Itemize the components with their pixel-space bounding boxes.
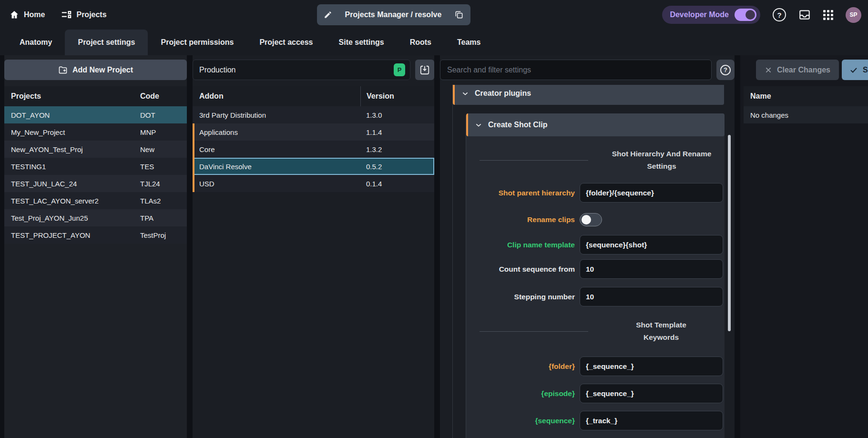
projects-table-header: Projects Code — [4, 86, 187, 106]
tab-project-access[interactable]: Project access — [246, 30, 326, 55]
home-icon — [10, 10, 19, 20]
column-name: Name — [750, 92, 771, 101]
addon-row-modified[interactable]: Applications 1.1.4 — [193, 123, 434, 141]
project-code: TPA — [140, 214, 187, 222]
copy-icon[interactable] — [454, 10, 464, 20]
create-shot-clip-header[interactable]: Create Shot Clip — [466, 113, 725, 136]
project-row[interactable]: TESTING1 TES — [4, 158, 187, 175]
episode-keyword-input[interactable] — [580, 384, 723, 403]
project-row[interactable]: New_AYON_Test_Proj New — [4, 141, 187, 158]
addon-row-modified[interactable]: Core 1.3.2 — [193, 141, 434, 158]
field-label: Stepping number — [466, 293, 575, 301]
bundle-select[interactable]: Production P — [193, 60, 410, 80]
column-addon: Addon — [193, 92, 360, 101]
section-heading-keywords: Shot Template Keywords — [466, 319, 725, 344]
main-content: Add New Project Projects Code DOT_AYON D… — [0, 55, 868, 438]
create-shot-clip-label: Create Shot Clip — [488, 121, 547, 129]
tab-anatomy[interactable]: Anatomy — [7, 30, 65, 55]
save-button[interactable]: Save — [842, 60, 868, 80]
project-code: TJL24 — [140, 180, 187, 188]
field-shot-parent-hierarchy: Shot parent hierarchy — [466, 183, 725, 203]
column-version: Version — [360, 86, 434, 106]
project-code: TES — [140, 163, 187, 171]
toggle-knob — [745, 10, 755, 20]
project-row[interactable]: TEST_LAC_AYON_server2 TLAs2 — [4, 192, 187, 209]
projects-panel: Add New Project Projects Code DOT_AYON D… — [4, 55, 187, 438]
project-name: Test_Proj_AYON_Jun25 — [4, 214, 140, 222]
project-row[interactable]: My_New_Project MNP — [4, 123, 187, 141]
project-name: New_AYON_Test_Proj — [4, 145, 140, 153]
developer-mode-toggle[interactable] — [735, 9, 756, 21]
field-stepping-number: Stepping number — [466, 287, 725, 306]
section-divider — [480, 331, 588, 332]
settings-help-button[interactable]: ? — [716, 60, 735, 80]
addon-row-modified[interactable]: USD 0.1.4 — [193, 175, 434, 192]
tab-site-settings[interactable]: Site settings — [326, 30, 397, 55]
folder-plus-icon — [58, 65, 68, 75]
tab-teams[interactable]: Teams — [444, 30, 494, 55]
count-sequence-from-input[interactable] — [580, 259, 723, 279]
production-badge: P — [394, 63, 405, 76]
project-row[interactable]: TEST_JUN_LAC_24 TJL24 — [4, 175, 187, 192]
apps-grid-icon[interactable] — [823, 10, 833, 20]
settings-scrollbar[interactable] — [728, 135, 731, 331]
create-shot-clip-form: Shot Hierarchy And Rename Settings Shot … — [466, 136, 725, 438]
projects-table: Projects Code DOT_AYON DOT My_New_Projec… — [4, 86, 187, 438]
field-folder-keyword: {folder} — [466, 357, 725, 376]
project-code: New — [140, 145, 187, 153]
user-avatar[interactable]: SP — [846, 7, 861, 23]
section-divider — [480, 160, 588, 161]
clip-name-template-input[interactable] — [580, 235, 723, 255]
rename-clips-toggle[interactable] — [580, 213, 602, 226]
addon-version: 0.1.4 — [360, 180, 434, 188]
stepping-number-input[interactable] — [580, 287, 723, 306]
nav-home-label: Home — [24, 10, 45, 19]
clear-changes-label: Clear Changes — [777, 66, 830, 74]
nav-home[interactable]: Home — [10, 10, 45, 20]
check-icon — [849, 66, 858, 74]
edit-pencil-icon — [324, 10, 332, 19]
folder-keyword-input[interactable] — [580, 357, 723, 376]
help-icon[interactable]: ? — [773, 8, 786, 21]
section-heading-text: Shot Template Keywords — [630, 319, 692, 344]
app-window: Home Projects Projects Manager / resolve — [0, 0, 868, 438]
field-sequence-keyword: {sequence} — [466, 411, 725, 430]
sequence-keyword-input[interactable] — [580, 411, 723, 430]
field-label: {sequence} — [466, 417, 575, 425]
clear-changes-button[interactable]: Clear Changes — [756, 60, 839, 80]
settings-search-input[interactable] — [440, 60, 712, 80]
copy-bundle-settings-button[interactable] — [415, 60, 434, 80]
chevron-down-icon — [461, 90, 469, 97]
page-title: Projects Manager / resolve — [339, 10, 448, 19]
addon-row[interactable]: 3rd Party Distribution 1.3.0 — [193, 106, 434, 123]
addon-name: Applications — [193, 128, 360, 136]
toggle-knob — [582, 215, 591, 224]
field-label: {episode} — [466, 389, 575, 398]
addon-version: 0.5.2 — [360, 163, 434, 171]
add-new-project-button[interactable]: Add New Project — [4, 60, 187, 80]
tab-project-permissions[interactable]: Project permissions — [148, 30, 246, 55]
project-row[interactable]: Test_Proj_AYON_Jun25 TPA — [4, 209, 187, 226]
nav-projects[interactable]: Projects — [61, 10, 106, 20]
field-label: Shot parent hierarchy — [466, 189, 575, 197]
shot-parent-hierarchy-input[interactable] — [580, 183, 723, 203]
creator-plugins-header[interactable]: Creator plugins — [453, 85, 724, 105]
inbox-icon[interactable] — [798, 9, 811, 21]
project-row[interactable]: TEST_PROJECT_AYON TestProj — [4, 226, 187, 244]
column-code: Code — [140, 92, 187, 101]
project-row-selected[interactable]: DOT_AYON DOT — [4, 106, 187, 123]
close-icon — [765, 66, 772, 74]
addon-row-selected[interactable]: DaVinci Resolve 0.5.2 — [193, 158, 434, 175]
project-title-button[interactable]: Projects Manager / resolve — [317, 4, 470, 25]
column-projects: Projects — [4, 92, 140, 101]
developer-mode-label: Developer Mode — [670, 10, 729, 19]
changes-table-header: Name — [744, 86, 868, 106]
tab-roots[interactable]: Roots — [397, 30, 444, 55]
field-label: Count sequence from — [466, 265, 575, 274]
no-changes-label: No changes — [750, 111, 788, 119]
tab-project-settings[interactable]: Project settings — [65, 30, 148, 55]
field-episode-keyword: {episode} — [466, 384, 725, 403]
project-code: TestProj — [140, 231, 187, 239]
field-clip-name-template: Clip name template — [466, 235, 725, 255]
tab-bar: Anatomy Project settings Project permiss… — [0, 30, 868, 55]
